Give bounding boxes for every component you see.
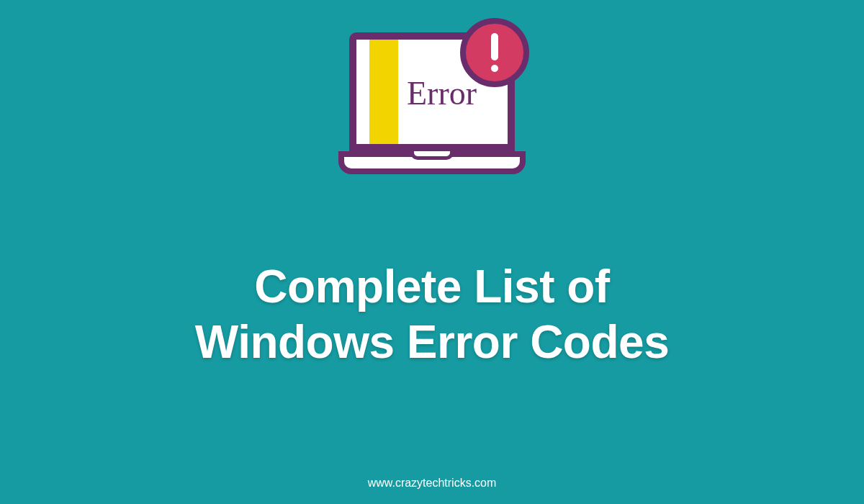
laptop-base: [338, 151, 526, 174]
title-line-2: Windows Error Codes: [195, 316, 669, 368]
laptop-screen: Error: [349, 32, 515, 151]
alert-badge-icon: [460, 18, 529, 87]
yellow-stripe: [369, 40, 398, 144]
exclamation-icon: [491, 33, 498, 72]
page-title: Complete List of Windows Error Codes: [195, 259, 669, 370]
footer-url: www.crazytechtricks.com: [368, 477, 497, 490]
laptop-error-icon: Error: [338, 32, 526, 191]
title-line-1: Complete List of: [254, 261, 609, 312]
laptop-notch: [410, 151, 454, 160]
error-label: Error: [407, 74, 477, 112]
